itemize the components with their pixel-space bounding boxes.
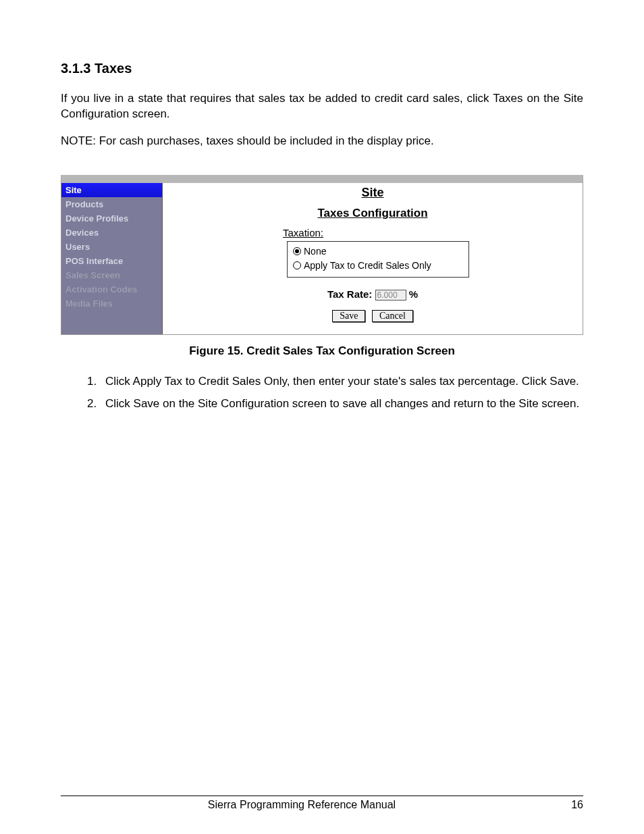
page-subtitle: Taxes Configuration — [163, 201, 583, 227]
sidebar-item-site[interactable]: Site — [61, 183, 162, 197]
tax-rate-label: Tax Rate: — [327, 288, 372, 300]
radio-label: None — [304, 244, 326, 259]
sidebar-item-activation-codes[interactable]: Activation Codes — [61, 282, 162, 296]
radio-apply-credit-only[interactable]: Apply Tax to Credit Sales Only — [293, 259, 463, 273]
sidebar-item-label: Device Profiles — [65, 213, 128, 224]
tax-rate-input[interactable]: 6.000 — [375, 290, 406, 301]
radio-none[interactable]: None — [293, 244, 463, 259]
page-title: Site — [163, 183, 583, 201]
sidebar-item-label: Products — [65, 199, 103, 209]
sidebar-item-pos-interface[interactable]: POS Interface — [61, 254, 162, 268]
app-window: Site Products Device Profiles Devices Us… — [61, 175, 583, 335]
sidebar-item-products[interactable]: Products — [61, 197, 162, 211]
radio-label: Apply Tax to Credit Sales Only — [304, 259, 431, 273]
cancel-button[interactable]: Cancel — [372, 310, 413, 322]
taxation-group-label: Taxation: — [283, 227, 583, 238]
taxation-radio-group: None Apply Tax to Credit Sales Only — [287, 241, 469, 278]
figure-caption: Figure 15. Credit Sales Tax Configuratio… — [61, 344, 583, 358]
sidebar-item-label: Users — [65, 242, 90, 252]
save-button[interactable]: Save — [332, 310, 365, 322]
sidebar-item-devices[interactable]: Devices — [61, 226, 162, 240]
sidebar-item-label: Site — [65, 185, 82, 195]
sidebar: Site Products Device Profiles Devices Us… — [61, 183, 163, 334]
step-item: Click Apply Tax to Credit Sales Only, th… — [100, 374, 583, 390]
sidebar-item-media-files[interactable]: Media Files — [61, 296, 162, 311]
steps-list: Click Apply Tax to Credit Sales Only, th… — [61, 374, 583, 412]
figure-screenshot: Site Products Device Profiles Devices Us… — [61, 175, 583, 335]
radio-icon — [293, 247, 301, 255]
sidebar-item-label: Sales Screen — [65, 270, 120, 280]
body-paragraph-1: If you live in a state that requires tha… — [61, 91, 583, 122]
footer-page-number: 16 — [543, 799, 583, 811]
tax-rate-row: Tax Rate: 6.000 % — [163, 288, 583, 301]
sidebar-item-label: POS Interface — [65, 256, 123, 266]
button-row: Save Cancel — [163, 310, 583, 322]
sidebar-item-label: Devices — [65, 228, 99, 238]
sidebar-item-sales-screen[interactable]: Sales Screen — [61, 268, 162, 282]
footer-title: Sierra Programming Reference Manual — [61, 799, 543, 811]
body-paragraph-2: NOTE: For cash purchases, taxes should b… — [61, 134, 583, 149]
section-heading: 3.1.3 Taxes — [61, 61, 583, 76]
main-content: Site Taxes Configuration Taxation: None … — [163, 183, 583, 334]
sidebar-item-label: Activation Codes — [65, 284, 137, 294]
page-footer: Sierra Programming Reference Manual 16 — [61, 796, 583, 811]
sidebar-item-users[interactable]: Users — [61, 240, 162, 254]
step-item: Click Save on the Site Configuration scr… — [100, 396, 583, 412]
tax-rate-unit: % — [409, 288, 418, 300]
radio-icon — [293, 261, 301, 269]
sidebar-item-device-profiles[interactable]: Device Profiles — [61, 211, 162, 226]
sidebar-item-label: Media Files — [65, 298, 113, 309]
